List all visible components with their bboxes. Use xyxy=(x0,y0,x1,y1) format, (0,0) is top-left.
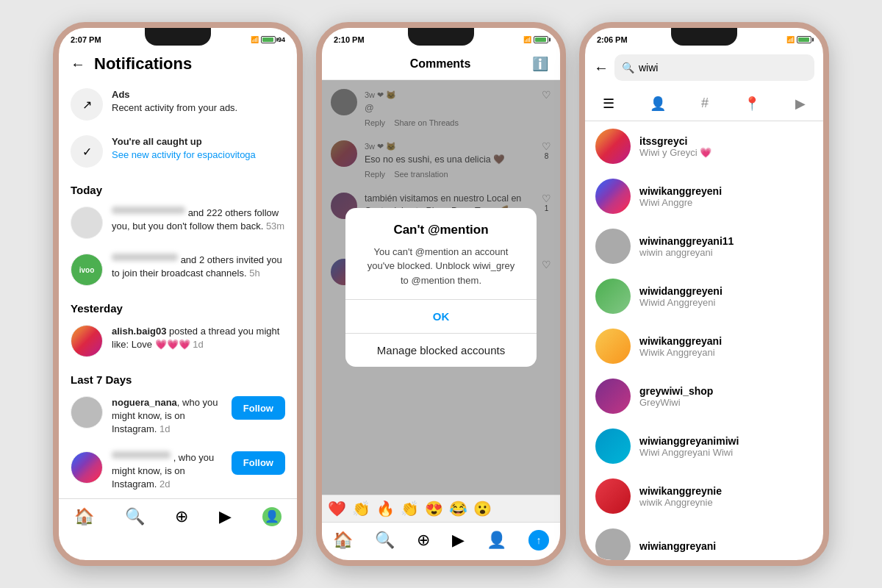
fullname-1: Wiwi y Greyci 💗 xyxy=(639,147,813,158)
username-3: wiwinanggreyani11 xyxy=(639,235,813,247)
comments-title: Comments xyxy=(410,57,471,71)
result-1[interactable]: itssgreyci Wiwi y Greyci 💗 xyxy=(585,121,823,171)
username-9: wiwianggreyani xyxy=(639,540,813,552)
username-8: wiwikanggreynie xyxy=(639,485,813,497)
avatar-blurred-2 xyxy=(71,451,103,484)
phone-search: 2:06 PM 📶 ← 🔍 wiwi ☰ 👤 # 📍 ▶ xyxy=(579,22,829,566)
search-tabs: ☰ 👤 # 📍 ▶ xyxy=(585,87,823,121)
manage-blocked-button[interactable]: Manage blocked accounts xyxy=(345,333,537,367)
dialog-body: You can't @mention an account you've blo… xyxy=(363,245,519,288)
avatar-result-4 xyxy=(595,279,631,314)
username-1: itssgreyci xyxy=(639,135,813,147)
back-button-3[interactable]: ← xyxy=(594,60,609,76)
notif-yesterday-1: alish.baig03 posted a thread you might l… xyxy=(59,318,297,365)
avatar-result-9 xyxy=(595,528,631,560)
fullname-7: Wiwi Anggreyani Wiwi xyxy=(639,447,813,458)
battery-1 xyxy=(261,36,276,43)
home-nav-2[interactable]: 🏠 xyxy=(333,531,353,550)
fullname-3: wiwin anggreyani xyxy=(639,247,813,258)
result-6[interactable]: greywiwi_shop GreyWiwi xyxy=(585,371,823,421)
result-7[interactable]: wiwianggreyanimiwi Wiwi Anggreyani Wiwi xyxy=(585,421,823,471)
status-icons-2: 📶 xyxy=(523,36,548,43)
result-3[interactable]: wiwinanggreyani11 wiwin anggreyani xyxy=(585,221,823,271)
page-title-1: Notifications xyxy=(94,54,192,74)
search-query[interactable]: wiwi xyxy=(639,62,658,74)
section-last7: Last 7 Days xyxy=(59,365,297,389)
ok-button[interactable]: OK xyxy=(345,300,537,333)
username-5: wiwikanggreyani xyxy=(639,335,813,347)
section-yesterday: Yesterday xyxy=(59,293,297,318)
profile-nav-2[interactable]: 👤 xyxy=(487,531,506,550)
comments-header: Comments ℹ️ xyxy=(322,49,560,80)
fullname-6: GreyWiwi xyxy=(639,397,813,408)
tab-places[interactable]: 📍 xyxy=(735,90,769,118)
avatar-result-5 xyxy=(595,329,631,364)
tab-accounts[interactable]: 👤 xyxy=(641,90,675,118)
search-icon: 🔍 xyxy=(622,62,634,74)
avatar-result-7 xyxy=(595,429,631,464)
dialog-content: Can't @mention You can't @mention an acc… xyxy=(345,208,537,288)
status-time-1: 2:07 PM xyxy=(71,35,101,44)
emoji-bar: ❤️ 👏 🔥 👏 😍 😂 😮 xyxy=(322,495,560,522)
add-nav-1[interactable]: ⊕ xyxy=(175,507,188,526)
home-nav-1[interactable]: 🏠 xyxy=(74,507,94,526)
avatar-blurred-1 xyxy=(71,207,103,239)
phone-comments: 2:10 PM 📶 Comments ℹ️ 3w ❤ 🐱 @ xyxy=(316,22,566,566)
dialog-title: Can't @mention xyxy=(363,223,519,237)
result-4[interactable]: wiwidanggreyeni Wiwid Anggreyeni xyxy=(585,271,823,321)
ads-icon: ↗ xyxy=(71,88,103,121)
search-nav-1[interactable]: 🔍 xyxy=(125,507,145,526)
result-5[interactable]: wiwikanggreyani Wiwik Anggreyani xyxy=(585,321,823,371)
notif-today-2: ivoo and 2 others invited you to join th… xyxy=(59,246,297,293)
phone-notch-3 xyxy=(671,28,737,46)
notif-caught-up: ✓ You're all caught up See new activity … xyxy=(59,128,297,175)
avatar-alish xyxy=(71,325,103,357)
follow-button-1[interactable]: Follow xyxy=(232,396,285,420)
add-nav-2[interactable]: ⊕ xyxy=(417,531,430,550)
phone-notch xyxy=(145,28,211,46)
fullname-5: Wiwik Anggreyani xyxy=(639,347,813,358)
notif-last7-1: noguera_nana, who you might know, is on … xyxy=(59,389,297,444)
search-nav-2[interactable]: 🔍 xyxy=(375,531,395,550)
comments-content: 3w ❤ 🐱 @ Reply Share on Threads ♡ 3w ❤ 🐱… xyxy=(322,80,560,495)
avatar-result-8 xyxy=(595,478,631,514)
avatar-noguera xyxy=(71,396,103,429)
username-4: wiwidanggreyeni xyxy=(639,285,813,297)
bottom-nav-2: 🏠 🔍 ⊕ ▶ 👤 ↑ xyxy=(322,522,560,560)
result-9[interactable]: wiwianggreyani xyxy=(585,521,823,560)
username-6: greywiwi_shop xyxy=(639,385,813,397)
phone-notch-2 xyxy=(408,28,474,46)
avatar-result-2 xyxy=(595,179,631,214)
section-today: Today xyxy=(59,175,297,199)
phone-notifications: 2:07 PM 📶 94 ← Notifications ↗ Ads Recen… xyxy=(53,22,303,566)
notifications-list: ↗ Ads Recent activity from your ads. ✓ Y… xyxy=(59,81,297,498)
follow-button-2[interactable]: Follow xyxy=(232,451,285,475)
avatar-result-1 xyxy=(595,129,631,164)
profile-nav-1[interactable]: 👤 xyxy=(262,507,282,526)
username-2: wiwikanggreyeni xyxy=(639,185,813,197)
avatar-result-6 xyxy=(595,379,631,414)
dialog-overlay: Can't @mention You can't @mention an acc… xyxy=(322,80,560,495)
tab-all[interactable]: ☰ xyxy=(594,90,623,118)
battery-2 xyxy=(534,36,548,43)
result-2[interactable]: wiwikanggreyeni Wiwi Anggre xyxy=(585,171,823,221)
status-icons-1: 📶 94 xyxy=(251,36,285,43)
info-icon[interactable]: ℹ️ xyxy=(532,56,548,72)
bottom-nav-1: 🏠 🔍 ⊕ ▶ 👤 xyxy=(59,498,297,537)
fullname-8: wiwik Anggreynie xyxy=(639,497,813,508)
check-icon: ✓ xyxy=(71,135,103,168)
reels-nav-1[interactable]: ▶ xyxy=(219,507,232,526)
status-time-2: 2:10 PM xyxy=(334,35,365,44)
notif-last7-2: , who you might know, is on Instagram. 2… xyxy=(59,444,297,499)
reels-nav-2[interactable]: ▶ xyxy=(452,531,465,550)
result-8[interactable]: wiwikanggreynie wiwik Anggreynie xyxy=(585,471,823,521)
tab-reels[interactable]: ▶ xyxy=(786,90,814,118)
back-button-1[interactable]: ← xyxy=(71,56,85,73)
search-results: itssgreyci Wiwi y Greyci 💗 wiwikanggreye… xyxy=(585,121,823,560)
search-bar[interactable]: 🔍 wiwi xyxy=(614,54,814,81)
fullname-2: Wiwi Anggre xyxy=(639,197,813,208)
tab-tags[interactable]: # xyxy=(692,90,717,118)
search-header: ← 🔍 wiwi xyxy=(585,49,823,87)
fullname-4: Wiwid Anggreyeni xyxy=(639,297,813,308)
status-icons-3: 📶 xyxy=(786,36,811,43)
